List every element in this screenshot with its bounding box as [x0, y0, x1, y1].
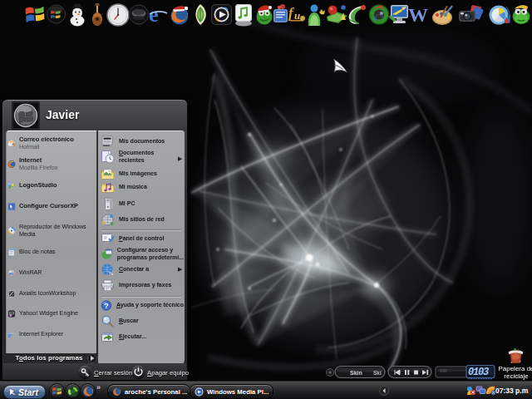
svg-text:0103: 0103 [468, 367, 489, 378]
svg-text:u: u [294, 9, 300, 22]
svg-text:e: e [7, 330, 11, 338]
svg-text:Skin: Skin [350, 370, 362, 376]
svg-text:e: e [149, 3, 159, 27]
svg-text:Y!: Y! [9, 313, 12, 317]
svg-text:?: ? [104, 301, 109, 309]
svg-text:Ski: Ski [373, 370, 382, 376]
svg-text:W: W [408, 4, 428, 26]
svg-text:||||||||||: |||||||||| [440, 369, 447, 372]
svg-text:07:33 p.m.: 07:33 p.m. [495, 387, 529, 395]
